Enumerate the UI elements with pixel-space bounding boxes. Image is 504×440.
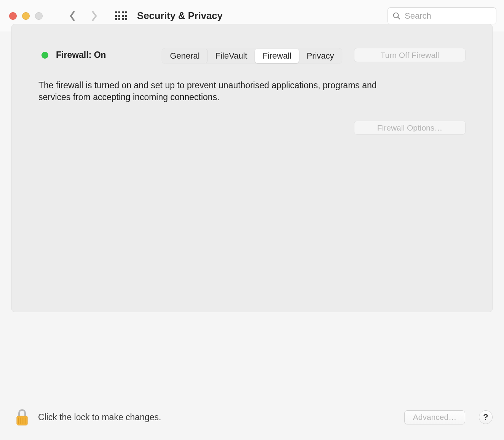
tab-general[interactable]: General: [162, 49, 207, 63]
tab-general-label: General: [170, 51, 199, 61]
minimize-window-button[interactable]: [22, 12, 30, 20]
tab-firewall-label: Firewall: [263, 51, 292, 61]
turn-off-firewall-button[interactable]: Turn Off Firewall: [354, 48, 466, 62]
advanced-label: Advanced…: [413, 413, 456, 422]
firewall-status: Firewall: On: [41, 50, 106, 60]
content-area: Firewall: On Turn Off Firewall The firew…: [0, 32, 504, 394]
footer: Click the lock to make changes. Advanced…: [0, 394, 504, 440]
pane-wrapper: Firewall: On Turn Off Firewall The firew…: [11, 32, 493, 312]
close-window-button[interactable]: [9, 12, 17, 20]
help-label: ?: [483, 412, 488, 422]
firewall-pane: Firewall: On Turn Off Firewall The firew…: [11, 24, 493, 312]
firewall-status-label: Firewall: On: [56, 50, 106, 60]
chevron-right-icon: [91, 11, 98, 21]
tab-bar: General FileVault Firewall Privacy: [161, 48, 342, 64]
firewall-options-button[interactable]: Firewall Options…: [354, 121, 466, 135]
zoom-window-button[interactable]: [35, 12, 43, 20]
window-controls: [9, 12, 43, 20]
tab-privacy[interactable]: Privacy: [299, 49, 341, 63]
status-indicator-icon: [41, 52, 48, 59]
window: Security & Privacy Firewall: On Turn Off…: [0, 0, 504, 440]
chevron-left-icon: [69, 11, 76, 21]
back-button[interactable]: [65, 8, 80, 24]
svg-line-1: [398, 17, 400, 19]
help-button[interactable]: ?: [479, 410, 493, 424]
search-input[interactable]: [405, 11, 491, 21]
lock-button[interactable]: [14, 408, 30, 427]
search-field[interactable]: [388, 7, 496, 24]
firewall-description: The firewall is turned on and set up to …: [38, 80, 404, 103]
window-title: Security & Privacy: [137, 10, 223, 22]
turn-off-firewall-label: Turn Off Firewall: [380, 51, 439, 60]
search-icon: [392, 12, 401, 20]
lock-text: Click the lock to make changes.: [38, 412, 161, 422]
show-all-button[interactable]: [113, 8, 129, 24]
lock-icon: [15, 408, 29, 427]
tab-filevault-label: FileVault: [215, 51, 247, 61]
firewall-options-row: Firewall Options…: [38, 121, 466, 135]
grid-icon: [115, 11, 127, 20]
advanced-button[interactable]: Advanced…: [404, 410, 465, 424]
forward-button[interactable]: [87, 8, 102, 24]
tab-privacy-label: Privacy: [306, 51, 334, 61]
tab-firewall[interactable]: Firewall: [255, 49, 299, 63]
tab-filevault[interactable]: FileVault: [208, 49, 255, 63]
firewall-options-label: Firewall Options…: [377, 123, 443, 132]
